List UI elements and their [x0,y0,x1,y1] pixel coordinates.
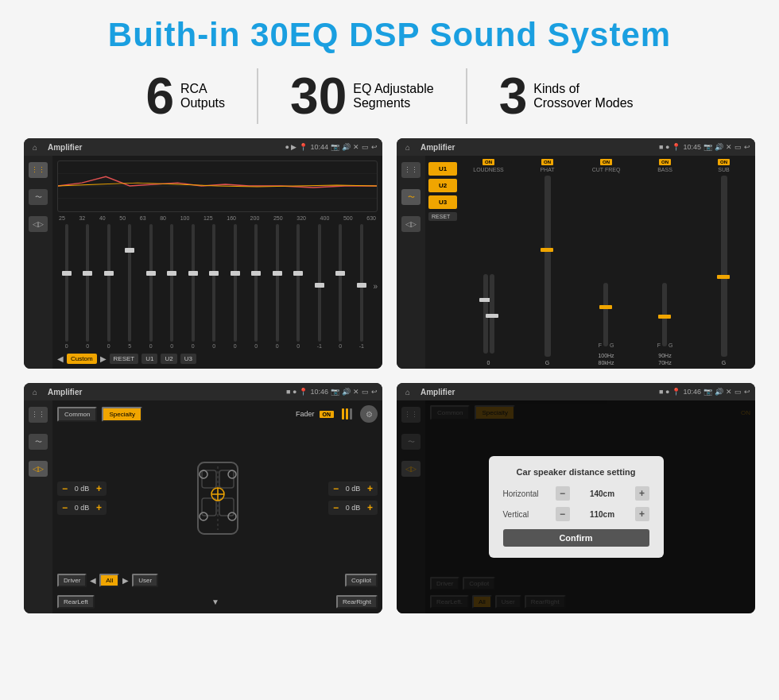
home-icon-3: ⌂ [29,385,41,398]
reset-btn[interactable]: RESET [110,354,139,364]
left-arrow-icon[interactable]: ◀ [90,576,96,585]
side-nav-fader: ⋮⋮ 〜 ◁▷ [24,400,52,613]
nav-icon-f2[interactable]: 〜 [29,434,48,450]
x-icon: ✕ [353,143,359,151]
db-control-fl: − 0 dB + [57,481,107,496]
param-loudness: ON LOUDNESS 0 [460,159,517,365]
rearright-btn[interactable]: RearRight [336,595,378,609]
db-minus-fr[interactable]: − [333,483,339,494]
db-minus-rl[interactable]: − [62,502,68,513]
eq-slider-4[interactable]: 5 [121,224,140,349]
nav-eq-icon[interactable]: ⋮⋮ [29,162,48,178]
eq-slider-9[interactable]: 0 [226,224,245,349]
eq-slider-6[interactable]: 0 [163,224,182,349]
svg-rect-5 [219,470,234,488]
nav-wave-icon-2[interactable]: 〜 [401,189,421,205]
prev-arrow[interactable]: ◀ [57,354,64,363]
eq-slider-1[interactable]: 0 [57,224,76,349]
stat-number-rca: 6 [145,71,174,122]
loudness-on: ON [483,159,494,165]
phat-slider[interactable] [545,176,551,357]
crossover-params: ON LOUDNESS 0 [460,159,752,365]
u2-preset[interactable]: U2 [428,179,457,192]
horizontal-minus[interactable]: − [556,486,570,501]
eq-slider-14[interactable]: 0 [331,224,351,349]
eq-slider-7[interactable]: 0 [184,224,203,349]
screen-eq: ⌂ Amplifier ● ▶ 📍 10:44 📷 🔊 ✕ ▭ ↩ ⋮⋮ 〜 [24,138,382,369]
cam-icon-3: 📷 [331,388,339,396]
svg-point-10 [228,470,236,478]
right-db-controls: − 0 dB + − 0 dB + [328,427,378,569]
bass-slider[interactable] [662,283,667,346]
common-tab[interactable]: Common [57,407,97,422]
location-icon-2: 📍 [672,143,680,151]
custom-btn[interactable]: Custom [67,354,97,364]
db-minus-rr[interactable]: − [333,502,339,513]
eq-slider-3[interactable]: 0 [99,224,118,349]
right-arrow-icon[interactable]: ▶ [122,576,129,585]
u2-btn[interactable]: U2 [161,354,176,364]
db-plus-fl[interactable]: + [96,483,102,494]
u1-preset[interactable]: U1 [428,162,457,176]
eq-slider-10[interactable]: 0 [247,224,266,349]
horizontal-plus[interactable]: + [635,486,649,501]
param-cutfreq: ON CUT FREQ F G 100Hz 80kHz [578,159,634,365]
fader-top-bar: Common Specialty Fader ON ⚙ [57,405,378,423]
reset-preset[interactable]: RESET [428,212,457,221]
status-bar-dialog: ⌂ Amplifier ■ ● 📍 10:46 📷 🔊 ✕ ▭ ↩ [397,383,755,400]
db-plus-fr[interactable]: + [367,483,373,494]
play-dots-icon: ● ▶ [285,143,297,151]
fader-bottom-bar: Driver ◀ All ▶ User Copilot [57,574,378,587]
all-btn[interactable]: All [99,574,119,587]
specialty-tab[interactable]: Specialty [102,407,141,422]
vertical-plus[interactable]: + [635,507,649,521]
nav-vol-icon-2[interactable]: ◁▷ [401,216,421,232]
u3-btn[interactable]: U3 [180,354,196,364]
copilot-btn[interactable]: Copilot [345,574,378,587]
cam-icon-4: 📷 [703,388,712,396]
location-icon-4: 📍 [672,388,680,396]
confirm-button[interactable]: Confirm [503,529,649,547]
horizontal-control: − 140cm + [556,486,649,501]
eq-slider-5[interactable]: 0 [141,224,161,349]
screen-dialog: ⌂ Amplifier ■ ● 📍 10:46 📷 🔊 ✕ ▭ ↩ ⋮⋮ 〜 [397,383,755,613]
settings-icon[interactable]: ⚙ [360,405,378,423]
vertical-control: − 110cm + [556,507,649,521]
stat-desc-eq: EQ Adjustable Segments [353,82,433,110]
nav-vol-icon[interactable]: ◁▷ [29,216,48,232]
db-minus-fl[interactable]: − [62,483,68,494]
u1-btn[interactable]: U1 [141,354,157,364]
user-btn[interactable]: User [132,574,158,587]
eq-slider-15[interactable]: -1 [352,224,371,349]
eq-freq-labels: 25 32 40 50 63 80 100 125 160 200 250 32… [57,215,378,221]
win-icon-2: ▭ [734,143,742,151]
next-arrow[interactable]: ▶ [100,354,107,363]
db-control-rl: − 0 dB + [57,501,107,515]
screen-fader: ⌂ Amplifier ■ ● 📍 10:46 📷 🔊 ✕ ▭ ↩ ⋮⋮ 〜 [24,383,382,613]
db-plus-rr[interactable]: + [367,502,373,513]
nav-icon-f3[interactable]: ◁▷ [29,461,48,477]
eq-slider-11[interactable]: 0 [268,224,287,349]
db-plus-rl[interactable]: + [96,502,102,513]
cutfreq-slider[interactable] [603,283,608,346]
driver-btn[interactable]: Driver [57,574,87,587]
eq-slider-13[interactable]: -1 [310,224,329,349]
eq-slider-12[interactable]: 0 [289,224,308,349]
svg-point-9 [200,470,207,478]
car-layout-view [113,427,322,569]
status-icons-crossover: ■ ● 📍 10:45 📷 🔊 ✕ ▭ ↩ [659,143,750,151]
nav-icon-f1[interactable]: ⋮⋮ [29,407,48,423]
status-icons-fader: ■ ● 📍 10:46 📷 🔊 ✕ ▭ ↩ [286,388,378,396]
fader-main: Common Specialty Fader ON ⚙ [52,400,382,613]
eq-slider-2[interactable]: 0 [79,224,98,349]
down-arrow-icon[interactable]: ▼ [211,598,219,606]
u3-preset[interactable]: U3 [428,195,457,209]
nav-wave-icon[interactable]: 〜 [29,189,48,205]
rearleft-btn[interactable]: RearLeft [57,595,95,609]
sub-slider[interactable] [721,176,727,357]
nav-eq-icon-2[interactable]: ⋮⋮ [401,162,421,178]
phat-on: ON [541,159,553,165]
vertical-minus[interactable]: − [556,507,570,521]
loudness-slider-r[interactable] [490,274,494,354]
eq-slider-8[interactable]: 0 [205,224,224,349]
